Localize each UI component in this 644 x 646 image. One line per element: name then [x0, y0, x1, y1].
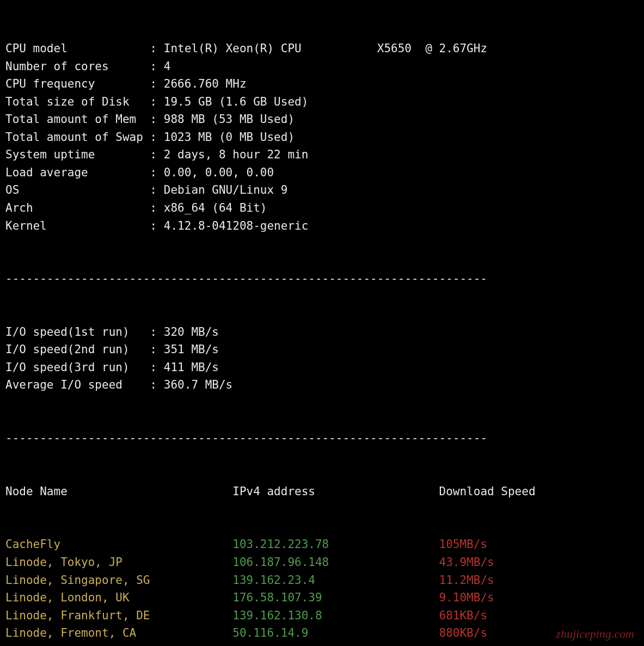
- io-label: Average I/O speed: [5, 378, 143, 391]
- net-row: Linode, London, UK 176.58.107.39 9.10MB/…: [5, 589, 639, 607]
- net-row: Linode, Tokyo, JP 106.187.96.148 43.9MB/…: [5, 553, 639, 571]
- sysinfo-row: CPU model : Intel(R) Xeon(R) CPU X5650 @…: [5, 40, 639, 58]
- net-node-name: Linode, Tokyo, JP: [5, 556, 232, 569]
- separator: :: [143, 166, 164, 179]
- sysinfo-label: OS: [5, 183, 143, 196]
- net-row: Softlayer, Dallas, TX 173.192.68.18 8.41…: [5, 642, 639, 646]
- sysinfo-value: 2 days, 8 hour 22 min: [164, 148, 309, 161]
- net-header-row: Node Name IPv4 address Download Speed: [5, 483, 639, 501]
- net-row: Linode, Frankfurt, DE 139.162.130.8 681K…: [5, 607, 639, 625]
- sysinfo-value: 988 MB (53 MB Used): [164, 113, 295, 126]
- net-node-name: Linode, Fremont, CA: [5, 626, 232, 639]
- separator: :: [143, 361, 164, 374]
- io-value: 360.7 MB/s: [164, 378, 232, 391]
- separator: :: [143, 131, 164, 144]
- separator: :: [143, 219, 164, 232]
- sysinfo-value: 19.5 GB (1.6 GB Used): [164, 95, 309, 108]
- sysinfo-value: Intel(R) Xeon(R) CPU X5650 @ 2.67GHz: [164, 42, 487, 55]
- sysinfo-row: Total amount of Mem : 988 MB (53 MB Used…: [5, 110, 639, 128]
- io-label: I/O speed(1st run): [5, 325, 143, 339]
- sysinfo-value: 4.12.8-041208-generic: [164, 219, 309, 232]
- sysinfo-row: Number of cores : 4: [5, 58, 639, 76]
- sysinfo-row: Total size of Disk : 19.5 GB (1.6 GB Use…: [5, 93, 639, 111]
- sysinfo-value: x86_64 (64 Bit): [164, 201, 267, 214]
- terminal[interactable]: CPU model : Intel(R) Xeon(R) CPU X5650 @…: [0, 0, 644, 646]
- net-node-name: Linode, London, UK: [5, 591, 232, 604]
- sysinfo-row: System uptime : 2 days, 8 hour 22 min: [5, 146, 639, 164]
- separator: :: [143, 95, 164, 108]
- divider: ----------------------------------------…: [5, 429, 639, 447]
- sysinfo-block: CPU model : Intel(R) Xeon(R) CPU X5650 @…: [5, 40, 639, 235]
- io-label: I/O speed(2nd run): [5, 343, 143, 356]
- io-value: 320 MB/s: [164, 325, 219, 339]
- sysinfo-label: Load average: [5, 166, 143, 179]
- sysinfo-label: CPU frequency: [5, 77, 143, 90]
- net-speed: 681KB/s: [439, 609, 488, 622]
- watermark: zhujiceping.com: [556, 625, 634, 643]
- sysinfo-row: CPU frequency : 2666.760 MHz: [5, 75, 639, 93]
- sysinfo-label: Arch: [5, 201, 143, 214]
- io-row: I/O speed(1st run) : 320 MB/s: [5, 323, 639, 341]
- net-ip: 176.58.107.39: [232, 591, 439, 604]
- io-block: I/O speed(1st run) : 320 MB/sI/O speed(2…: [5, 323, 639, 394]
- sysinfo-value: 0.00, 0.00, 0.00: [164, 166, 274, 179]
- net-header-name: Node Name: [5, 485, 232, 498]
- io-row: I/O speed(3rd run) : 411 MB/s: [5, 359, 639, 377]
- net-row: Linode, Fremont, CA 50.116.14.9 880KB/s: [5, 624, 639, 642]
- sysinfo-row: OS : Debian GNU/Linux 9: [5, 181, 639, 199]
- sysinfo-label: Kernel: [5, 219, 143, 232]
- sysinfo-row: Total amount of Swap : 1023 MB (0 MB Use…: [5, 128, 639, 146]
- separator: :: [143, 113, 164, 126]
- sysinfo-label: Total size of Disk: [5, 95, 143, 108]
- sysinfo-label: System uptime: [5, 148, 143, 161]
- separator: :: [143, 343, 164, 356]
- net-header-ip: IPv4 address: [232, 485, 439, 498]
- sysinfo-label: Total amount of Mem: [5, 113, 143, 126]
- separator: :: [143, 201, 164, 214]
- net-speed: 105MB/s: [439, 538, 488, 551]
- net-node-name: Linode, Frankfurt, DE: [5, 609, 232, 622]
- net-ip: 106.187.96.148: [232, 556, 439, 569]
- net-node-name: Linode, Singapore, SG: [5, 574, 232, 587]
- sysinfo-row: Kernel : 4.12.8-041208-generic: [5, 217, 639, 235]
- io-value: 411 MB/s: [164, 361, 219, 374]
- separator: :: [143, 378, 164, 391]
- net-block: CacheFly 103.212.223.78 105MB/sLinode, T…: [5, 536, 639, 646]
- net-speed: 43.9MB/s: [439, 556, 494, 569]
- net-ip: 139.162.130.8: [232, 609, 439, 622]
- sysinfo-label: Number of cores: [5, 60, 143, 73]
- net-speed: 880KB/s: [439, 626, 488, 639]
- sysinfo-label: Total amount of Swap: [5, 131, 143, 144]
- sysinfo-value: Debian GNU/Linux 9: [164, 183, 288, 196]
- separator: :: [143, 77, 164, 90]
- divider: ----------------------------------------…: [5, 270, 639, 288]
- net-row: CacheFly 103.212.223.78 105MB/s: [5, 536, 639, 553]
- separator: :: [143, 42, 164, 55]
- net-ip: 139.162.23.4: [232, 574, 439, 587]
- separator: :: [143, 325, 164, 339]
- sysinfo-value: 4: [164, 60, 171, 73]
- net-speed: 11.2MB/s: [439, 574, 494, 587]
- net-row: Linode, Singapore, SG 139.162.23.4 11.2M…: [5, 571, 639, 589]
- sysinfo-label: CPU model: [5, 42, 143, 55]
- io-value: 351 MB/s: [164, 343, 219, 356]
- io-row: I/O speed(2nd run) : 351 MB/s: [5, 341, 639, 359]
- io-row: Average I/O speed : 360.7 MB/s: [5, 376, 639, 394]
- separator: :: [143, 148, 164, 161]
- separator: :: [143, 60, 164, 73]
- separator: :: [143, 183, 164, 196]
- sysinfo-value: 1023 MB (0 MB Used): [164, 131, 295, 144]
- net-node-name: CacheFly: [5, 538, 232, 551]
- net-speed: 9.10MB/s: [439, 591, 494, 604]
- net-ip: 50.116.14.9: [232, 626, 439, 639]
- sysinfo-row: Arch : x86_64 (64 Bit): [5, 199, 639, 217]
- sysinfo-value: 2666.760 MHz: [164, 77, 247, 90]
- io-label: I/O speed(3rd run): [5, 361, 143, 374]
- net-ip: 103.212.223.78: [232, 538, 439, 551]
- net-header-speed: Download Speed: [439, 485, 536, 498]
- sysinfo-row: Load average : 0.00, 0.00, 0.00: [5, 164, 639, 182]
